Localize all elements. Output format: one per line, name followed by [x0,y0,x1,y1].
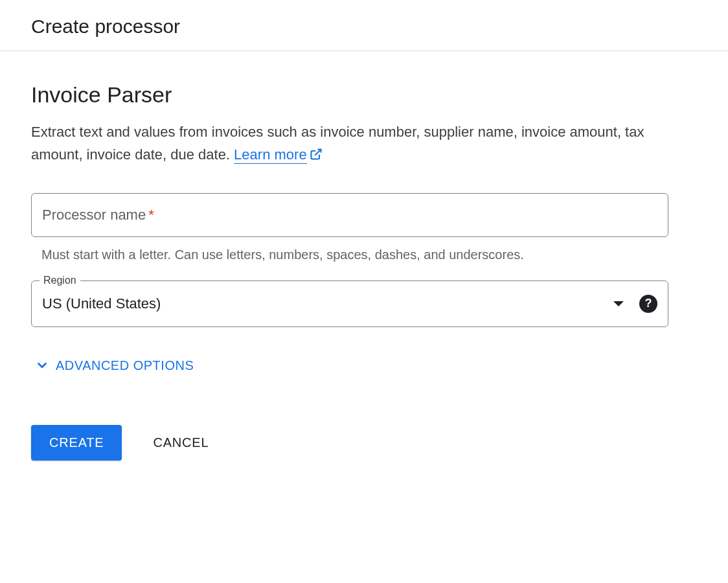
select-icons-group: ? [613,295,657,313]
processor-name-field-wrapper: Processor name* [31,193,668,237]
cancel-button[interactable]: CANCEL [148,425,214,461]
page-title: Create processor [31,16,697,38]
dropdown-arrow-icon [613,301,624,306]
region-field-wrapper: Region US (United States) ? [31,280,668,327]
advanced-options-toggle[interactable]: ADVANCED OPTIONS [35,358,668,373]
processor-name-placeholder: Processor name* [42,207,154,223]
processor-name-helper: Must start with a letter. Can use letter… [31,242,668,262]
processor-type-title: Invoice Parser [31,82,668,108]
help-icon[interactable]: ? [639,295,657,313]
chevron-down-icon [35,358,49,372]
region-select[interactable]: Region US (United States) ? [31,280,668,327]
region-selected-value: US (United States) [42,295,613,312]
svg-line-0 [315,149,321,155]
required-indicator: * [148,207,154,223]
advanced-options-label: ADVANCED OPTIONS [56,358,194,373]
processor-description: Extract text and values from invoices su… [31,120,668,167]
action-buttons-row: CREATE CANCEL [31,425,668,461]
external-link-icon [310,144,323,167]
page-header: Create processor [0,0,728,51]
main-content: Invoice Parser Extract text and values f… [0,51,700,492]
region-label: Region [40,275,80,286]
description-text: Extract text and values from invoices su… [31,124,644,163]
create-button[interactable]: CREATE [31,425,122,461]
placeholder-text: Processor name [42,207,146,223]
learn-more-label: Learn more [234,146,307,163]
processor-name-input[interactable]: Processor name* [31,193,668,237]
learn-more-link[interactable]: Learn more [234,146,307,164]
